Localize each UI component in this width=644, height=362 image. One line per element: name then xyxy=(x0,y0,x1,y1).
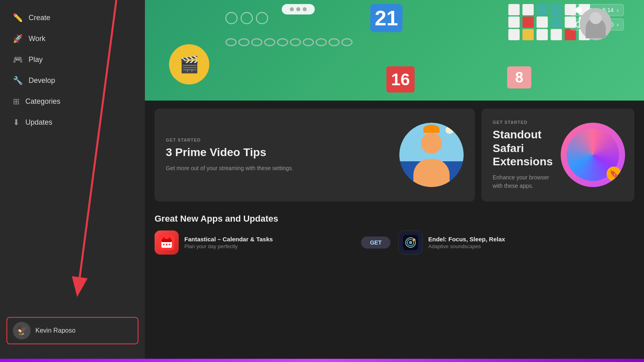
hero-banner: 🎬 xyxy=(145,0,644,101)
sidebar-item-play[interactable]: 🎮 Play xyxy=(6,50,138,69)
tile xyxy=(508,29,520,40)
tile xyxy=(537,16,548,28)
play-icon: 🎮 xyxy=(13,55,23,64)
sidebar-item-create[interactable]: ✏️ Create xyxy=(6,8,138,27)
apps-section: Great New Apps and Updates xyxy=(145,210,644,263)
person-illustration xyxy=(399,123,464,187)
bottom-bar xyxy=(0,359,644,362)
sidebar-navigation: ✏️ Create 🚀 Work 🎮 Play 🔧 Develop ⊞ Cate… xyxy=(0,8,145,132)
chain-10 xyxy=(341,38,353,46)
chain-6 xyxy=(290,38,301,46)
sidebar-item-label-categories: Categories xyxy=(25,97,60,106)
sidebar-item-updates[interactable]: ⬇ Updates xyxy=(6,113,138,132)
tile xyxy=(522,4,534,15)
user-profile[interactable]: 🦅 Kevin Raposo xyxy=(6,317,138,344)
schedule-chevron-2: › xyxy=(617,21,619,28)
card-text-2: GET STARTED Standout Safari Extensions E… xyxy=(493,120,553,190)
card-title-2: Standout Safari Extensions xyxy=(493,128,553,169)
app-icon-endel xyxy=(398,230,423,255)
chain-4 xyxy=(264,38,275,46)
card-image-1 xyxy=(399,123,464,187)
app-item-endel[interactable]: Endel: Focus, Sleep, Relax Adaptive soun… xyxy=(398,230,634,255)
banner-number-16: 16 xyxy=(386,66,415,93)
circle-1 xyxy=(225,12,237,24)
app-info-fantastical: Fantastical – Calendar & Tasks Plan your… xyxy=(184,236,355,249)
sidebar-bottom: 🦅 Kevin Raposo xyxy=(0,311,145,351)
updates-icon: ⬇ xyxy=(13,117,20,127)
speech-dot-1 xyxy=(290,7,294,11)
get-button-fantastical[interactable]: GET xyxy=(361,237,390,249)
chain-9 xyxy=(328,38,340,46)
tile xyxy=(565,29,576,40)
banner-illustration: 🎬 xyxy=(145,0,644,101)
chain-5 xyxy=(277,38,288,46)
speech-dot-3 xyxy=(303,7,307,11)
banner-circles xyxy=(225,12,268,24)
camera-icon: 🎬 xyxy=(169,44,209,84)
cards-section: GET STARTED 3 Prime Video Tips Get more … xyxy=(145,101,644,210)
circle-3 xyxy=(256,12,268,24)
svg-rect-4 xyxy=(161,239,172,242)
chain-7 xyxy=(303,38,314,46)
circle-2 xyxy=(241,12,253,24)
section-title: Great New Apps and Updates xyxy=(155,214,634,224)
app-name-fantastical: Fantastical – Calendar & Tasks xyxy=(184,236,355,243)
create-icon: ✏️ xyxy=(13,13,23,23)
person-head-card xyxy=(421,133,442,154)
tile xyxy=(508,4,520,15)
svg-rect-6 xyxy=(169,237,170,241)
tile xyxy=(551,4,562,15)
tile xyxy=(522,29,534,40)
card-text-1: GET STARTED 3 Prime Video Tips Get more … xyxy=(166,138,391,173)
person-body-card xyxy=(413,159,450,187)
person-head xyxy=(590,12,602,24)
apps-list: Fantastical – Calendar & Tasks Plan your… xyxy=(155,230,634,255)
moon-shape xyxy=(446,126,454,134)
sidebar-item-work[interactable]: 🚀 Work xyxy=(6,29,138,48)
sidebar: ✏️ Create 🚀 Work 🎮 Play 🔧 Develop ⊞ Cate… xyxy=(0,0,145,359)
card-description-2: Enhance your browser with these apps. xyxy=(493,173,553,190)
content-area: 🎬 xyxy=(145,0,644,359)
svg-rect-5 xyxy=(163,237,165,241)
tile xyxy=(522,16,534,28)
card-prime-video[interactable]: GET STARTED 3 Prime Video Tips Get more … xyxy=(155,109,475,202)
banner-person xyxy=(580,8,612,40)
tile xyxy=(537,29,548,40)
sidebar-item-label-work: Work xyxy=(29,35,45,43)
card-description-1: Get more out of your streaming with thes… xyxy=(166,164,391,173)
card-label-1: GET STARTED xyxy=(166,138,391,142)
svg-point-13 xyxy=(409,241,412,244)
sidebar-item-label-updates: Updates xyxy=(25,118,52,127)
svg-rect-8 xyxy=(166,244,167,245)
sidebar-item-label-play: Play xyxy=(29,56,43,64)
app-icon-fantastical xyxy=(155,230,179,255)
categories-icon: ⊞ xyxy=(13,97,20,106)
card-safari-extensions[interactable]: GET STARTED Standout Safari Extensions E… xyxy=(481,109,634,202)
tile xyxy=(551,29,562,40)
app-item-fantastical[interactable]: Fantastical – Calendar & Tasks Plan your… xyxy=(155,230,390,255)
app-info-endel: Endel: Focus, Sleep, Relax Adaptive soun… xyxy=(428,236,634,249)
tile xyxy=(508,16,520,28)
work-icon: 🚀 xyxy=(13,34,23,43)
card-title-1: 3 Prime Video Tips xyxy=(166,146,391,159)
banner-number-21: 21 xyxy=(370,4,402,32)
app-tagline-endel: Adaptive soundscapes xyxy=(428,243,634,249)
sidebar-item-label-create: Create xyxy=(29,14,50,22)
tile xyxy=(537,4,548,15)
sidebar-item-develop[interactable]: 🔧 Develop xyxy=(6,71,138,90)
svg-point-14 xyxy=(413,239,415,241)
banner-number-8: 8 xyxy=(507,66,531,88)
chain-2 xyxy=(238,38,250,46)
app-name-endel: Endel: Focus, Sleep, Relax xyxy=(428,236,634,243)
banner-chains xyxy=(225,38,353,46)
chain-3 xyxy=(251,38,262,46)
user-name: Kevin Raposo xyxy=(35,327,76,334)
svg-rect-7 xyxy=(163,244,165,245)
schedule-check-1: ✓ xyxy=(576,7,582,13)
develop-icon: 🔧 xyxy=(13,76,23,85)
sidebar-item-categories[interactable]: ⊞ Categories xyxy=(6,92,138,111)
safari-illustration: 🔖 xyxy=(561,123,625,187)
card-label-2: GET STARTED xyxy=(493,120,553,125)
chain-8 xyxy=(316,38,327,46)
tile xyxy=(551,16,562,28)
